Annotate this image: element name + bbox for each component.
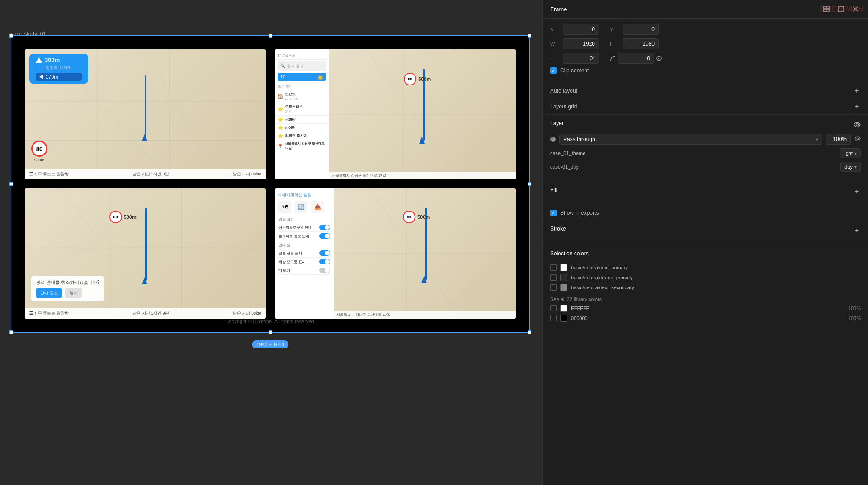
sidebar-item-3[interactable]: ⭐ 국화당 (275, 116, 329, 124)
distance-badge-3: 80 500m (109, 211, 137, 223)
panel2-address: 서울특별시 강남구 도산대로 17길 (329, 172, 516, 179)
color-checkbox-3[interactable] (550, 284, 557, 291)
time-label: 11:24 AM (275, 52, 329, 60)
openpath-logo: OPENPATH (820, 5, 863, 14)
h-label: H (610, 41, 619, 47)
layout-grid-add[interactable]: + (853, 103, 861, 111)
toggle-5[interactable] (319, 268, 330, 273)
color-name-2: basic/neutral/frame_primary (571, 275, 861, 280)
sidebar-item-info-1: 도요트 1시간 9분 (285, 92, 326, 101)
settings-row-5: 더 보기 (278, 266, 330, 275)
ffffff-row: FFFFFF 100% (550, 305, 861, 312)
bottom-left-1: ☰ ↑ 무 튜토로 왕참방 (29, 171, 69, 177)
sidebar-item-6[interactable]: 📍 서울특별시 강남구 도산대로 17길 (275, 140, 329, 152)
color-name-3: basic/neutral/text_secondary (571, 285, 861, 290)
opacity-value[interactable]: 100% (826, 134, 851, 145)
sidebar-item-info-4: 삼성당 (285, 125, 326, 130)
rotation-value[interactable]: 0° (563, 53, 599, 64)
day-row: case-01_day day ▾ (550, 162, 861, 172)
color-checkbox-1[interactable] (550, 264, 557, 271)
toggle-4[interactable] (319, 259, 330, 264)
day-value: day (844, 164, 853, 170)
corner-ml[interactable] (9, 182, 13, 186)
w-value[interactable]: 1920 (563, 38, 599, 49)
map-area-4: 80 500m 서울특별시 강남구 도산대로 17길 (334, 188, 516, 319)
ffffff-checkbox[interactable] (550, 305, 557, 311)
theme-dropdown[interactable]: light ▾ (840, 148, 861, 158)
toggle-3[interactable] (319, 250, 330, 256)
toggle-1[interactable] (319, 225, 330, 230)
day-chevron-icon: ▾ (854, 165, 857, 170)
sidebar-item-1[interactable]: 🏠 도요트 1시간 9분 (275, 90, 329, 103)
nav-arrow-up-icon (36, 57, 42, 63)
theme-row: case_01_theme light ▾ (550, 148, 861, 158)
settings-section-2: 안내 음 (278, 243, 330, 248)
sidebar-item-5[interactable]: ⭐ 위워크 홍사자 (275, 132, 329, 140)
panel-navigation: 300m 합정역 사거리 179m 80 500m ☰ ↑ 무 튜토로 왕참방 (25, 49, 266, 179)
h-value[interactable]: 1080 (623, 38, 659, 49)
day-dropdown[interactable]: day ▾ (840, 162, 861, 172)
speed-badge-1: 80 500m (31, 141, 47, 162)
corner-reset-icon[interactable] (656, 55, 662, 61)
settings-label-1: 어린이보호구역 안내 (278, 225, 312, 230)
settings-row-1: 어린이보호구역 안내 (278, 223, 330, 232)
nav-pointer-4 (421, 276, 427, 283)
corner-br[interactable] (528, 330, 531, 334)
cancel-button[interactable]: 닫기 (65, 288, 82, 298)
map-area-2: 80 500m 서울특별시 강남구 도산대로 17길 (329, 49, 516, 179)
confirm-button[interactable]: 안내 종료 (36, 288, 62, 298)
settings-panel: < 내비게이션 설정 🗺 🔄 📤 경로 설정 어린이보호구역 안내 톨게이트 정… (275, 188, 334, 319)
sidebar-item-info-2: 오픈스페스 54분 (285, 104, 326, 114)
show-in-exports-checkbox[interactable]: ✓ (550, 210, 557, 216)
corner-bl[interactable] (9, 330, 13, 334)
settings-back[interactable]: < 내비게이션 설정 (278, 192, 330, 198)
see-all-colors-link[interactable]: See all 32 library colors (550, 294, 861, 305)
settings-row-3: 교통 정보 표시 (278, 249, 330, 258)
ffffff-swatch (560, 305, 567, 312)
y-label: Y (610, 27, 619, 32)
opacity-eye-icon[interactable] (854, 136, 861, 143)
sidebar-search[interactable]: 🔍 검색 결과 (278, 61, 326, 71)
corner-tr[interactable] (528, 34, 531, 38)
x-value[interactable]: 0 (563, 24, 599, 35)
color-checkbox-2[interactable] (550, 274, 557, 281)
sidebar-item-2[interactable]: ⭐ 오픈스페스 54분 (275, 103, 329, 116)
frame-size-label: 1920 × 1080 (252, 340, 288, 348)
canvas-area: case-study_01 (0, 0, 542, 485)
corner-mr[interactable] (528, 182, 531, 186)
toggle-2[interactable] (319, 233, 330, 239)
000000-opacity: 100% (848, 315, 861, 321)
corner-radius-icon (610, 55, 616, 61)
settings-row-4: 세상 모드등 표시 (278, 258, 330, 266)
nav-sub-distance: 179m (36, 73, 82, 81)
settings-icon-refresh[interactable]: 🔄 (295, 201, 307, 213)
sidebar-item-info-5: 위워크 홍사자 (285, 133, 326, 138)
stroke-add-btn[interactable]: + (853, 226, 861, 235)
sidebar-item-icon-4: ⭐ (278, 125, 283, 130)
corner-bm[interactable] (269, 330, 272, 334)
fill-add-btn[interactable]: + (853, 188, 861, 196)
bottom-dist-3: 남은 거리 38km (233, 311, 261, 316)
bottom-left-3: ☰ ↑ 무 튜토로 왕참방 (29, 311, 69, 316)
clip-content-checkbox[interactable]: ✓ (550, 67, 557, 74)
layer-visibility-icon[interactable] (854, 122, 861, 129)
xy-row: X 0 Y 0 (550, 24, 861, 35)
layout-grid-row: Layout grid + (543, 99, 868, 115)
sidebar-item-icon-6: 📍 (278, 144, 283, 149)
blend-mode-icon (550, 137, 556, 142)
settings-icon-route[interactable]: 🗺 (278, 201, 291, 213)
bottom-dist-1: 남은 거리 38km (233, 171, 261, 177)
settings-label-5: 더 보기 (278, 268, 290, 273)
frame-container: 300m 합정역 사거리 179m 80 500m ☰ ↑ 무 튜토로 왕참방 (11, 35, 530, 333)
000000-swatch (560, 315, 567, 322)
settings-icon-share[interactable]: 📤 (311, 201, 324, 213)
sidebar-item-4[interactable]: ⭐ 삼성당 (275, 124, 329, 132)
cancel-text: 경로 안내를 취소하시겠습니까? (36, 279, 99, 286)
000000-checkbox[interactable] (550, 315, 557, 321)
corner-tl[interactable] (9, 34, 13, 38)
corner-tm[interactable] (269, 34, 272, 38)
auto-layout-add[interactable]: + (853, 87, 861, 95)
y-value[interactable]: 0 (623, 24, 659, 35)
blend-mode-dropdown[interactable]: Pass through ▾ (559, 134, 822, 145)
corner-value[interactable]: 0 (618, 53, 654, 64)
